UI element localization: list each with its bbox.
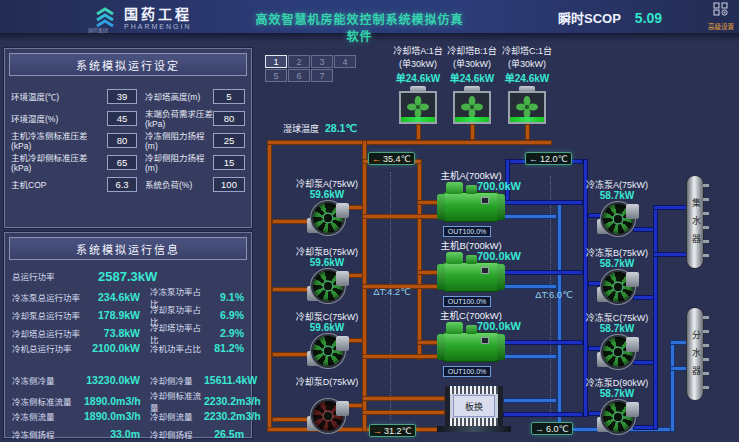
fan-icon <box>515 95 539 119</box>
plate-hx-icon[interactable]: 板换 <box>445 386 503 426</box>
pipe <box>470 124 475 140</box>
chw-capacity: 13230.0kW <box>84 374 140 386</box>
load-input[interactable]: 100 <box>213 177 245 192</box>
advanced-settings-label: 高级设置 <box>706 21 736 31</box>
pipe <box>525 124 530 140</box>
cw-dp-input[interactable]: 65 <box>107 155 137 170</box>
arrow-left-icon: ← <box>529 154 538 164</box>
chiller-icon[interactable] <box>441 262 501 292</box>
pipe <box>501 214 557 219</box>
pipe <box>501 200 583 205</box>
info-label: 冷冻侧标准流量 <box>12 395 84 407</box>
chiller-out-badge: OUT100.0% <box>443 296 491 307</box>
pipe <box>417 159 422 360</box>
cw-capacity: 15611.4kW <box>204 374 257 386</box>
pipe <box>501 340 583 345</box>
info-label: 冷却侧扬程 <box>140 428 204 440</box>
cw-std-flow: 2230.2m3/h <box>204 395 261 407</box>
chiller-icon[interactable] <box>441 192 501 222</box>
pipe <box>503 398 557 403</box>
chw-head-input[interactable]: 25 <box>213 133 245 148</box>
fan-icon <box>406 95 430 119</box>
cw-supply-temp-tag: ← 35.4℃ <box>368 152 415 165</box>
chw-head: 33.0m <box>84 428 140 440</box>
logo-name-cn: 国药工程 <box>124 3 192 23</box>
scenario-button-7[interactable]: 7 <box>311 69 333 82</box>
cooling-pump-icon[interactable] <box>310 200 346 236</box>
chw-dp-input[interactable]: 80 <box>107 133 137 148</box>
wet-bulb-readout: 湿球温度 28.1℃ <box>283 122 357 135</box>
info-row: 冷冻侧标准流量 1890.0m3/h 冷却侧标准流量 2230.2m3/h <box>5 389 251 407</box>
scenario-button-4[interactable]: 4 <box>334 55 356 68</box>
collector-label: 集水器 <box>687 182 703 268</box>
plate-hx-label: 板换 <box>453 395 495 417</box>
pump-power: 59.6kW <box>284 322 370 333</box>
scenario-button-1[interactable]: 1 <box>265 55 287 68</box>
pipe <box>272 417 310 422</box>
cw-pump-pct: 6.9% <box>204 309 244 321</box>
chilled-pump-icon[interactable] <box>600 334 636 370</box>
cooling-tower-icon[interactable] <box>399 86 437 124</box>
pump-power: 58.7kW <box>574 190 660 201</box>
info-row: 冷冻侧流量 1890.0m3/h 冷却侧流量 2230.2m3/h <box>5 407 251 425</box>
info-label: 冷却塔总运行功率 <box>12 327 84 339</box>
tower-power: 73.8kW <box>84 327 140 339</box>
cw-head-input[interactable]: 15 <box>213 155 245 170</box>
terminal-dp-input[interactable]: 80 <box>213 111 245 126</box>
cooling-pump-icon[interactable] <box>310 268 346 304</box>
cooling-tower-icon[interactable] <box>453 86 491 124</box>
scenario-button-6[interactable]: 6 <box>288 69 310 82</box>
info-label: 总运行功率 <box>12 270 84 282</box>
advanced-settings-button[interactable]: 高级设置 <box>706 2 736 31</box>
env-humidity-input[interactable]: 45 <box>107 111 137 126</box>
delta-t-right: ΔT:6.0℃ <box>522 289 586 300</box>
cop-input[interactable]: 6.3 <box>107 177 137 192</box>
cooling-pump-icon-off[interactable] <box>310 398 346 434</box>
chilled-pump-icon[interactable] <box>600 399 636 435</box>
arrow-right-icon: → <box>535 424 544 434</box>
setting-label: 冷却侧阻力扬程(m) <box>137 151 213 173</box>
scenario-button-3[interactable]: 3 <box>311 55 333 68</box>
collector-icon: 集水器 <box>687 176 703 268</box>
info-row: 冷冻侧扬程 33.0m 冷却侧扬程 26.5m <box>5 425 251 442</box>
pipe <box>272 352 310 357</box>
pipe <box>670 340 687 345</box>
pipe <box>272 219 310 224</box>
info-row: 冷却塔总运行功率 73.8kW 冷却塔功率占比 2.9% <box>5 321 251 339</box>
info-panel-title: 系统模拟运行信息 <box>9 237 247 260</box>
chilled-pump-icon[interactable] <box>600 201 636 237</box>
page-title: 高效智慧机房能效控制系统模拟仿真软件 <box>252 10 467 44</box>
env-temp-input[interactable]: 39 <box>107 89 137 104</box>
info-row: 冷却泵总运行功率 178.9kW 冷却泵功率占比 6.9% <box>5 303 251 321</box>
info-row: 冷机总运行功率 2100.0kW 冷机功率占比 81.2% <box>5 339 251 357</box>
distributor-icon: 分水器 <box>687 308 703 400</box>
info-label: 冷冻泵总运行功率 <box>12 291 84 303</box>
logo-group-text: 国药集团 <box>88 26 108 33</box>
scenario-button-2[interactable]: 2 <box>288 55 310 68</box>
chw-pump-pct: 9.1% <box>204 291 244 303</box>
total-power-value: 2587.3kW <box>84 269 244 284</box>
tower-name: 冷却塔C:1台 <box>484 44 570 57</box>
chw-pump-power: 234.6kW <box>84 291 140 303</box>
info-label: 冷却泵总运行功率 <box>12 309 84 321</box>
info-label: 冷冻侧扬程 <box>12 428 84 440</box>
chiller-icon[interactable] <box>441 332 501 362</box>
cooling-pump-icon[interactable] <box>310 333 346 369</box>
cw-pump-power: 178.9kW <box>84 309 140 321</box>
setting-label: 环境湿度(%) <box>11 112 107 124</box>
info-row: 冷冻泵总运行功率 234.6kW 冷冻泵功率占比 9.1% <box>5 285 251 303</box>
pipe <box>503 412 583 417</box>
chiller-pct: 81.2% <box>204 342 244 354</box>
info-label: 冷机总运行功率 <box>12 342 84 354</box>
wet-bulb-value: 28.1℃ <box>325 122 357 134</box>
pump-power: 59.6kW <box>284 257 370 268</box>
pump-power: 58.7kW <box>574 323 660 334</box>
grid-gear-icon <box>713 2 729 16</box>
tower-height-input[interactable]: 5 <box>213 89 245 104</box>
chw-supply-temp: 6.0℃ <box>546 424 569 434</box>
chw-flow: 1890.0m3/h <box>84 410 140 422</box>
cooling-tower-icon[interactable] <box>508 86 546 124</box>
setting-label: 系统负荷(%) <box>137 178 213 190</box>
chilled-pump-icon[interactable] <box>600 269 636 305</box>
scenario-button-5[interactable]: 5 <box>265 69 287 82</box>
